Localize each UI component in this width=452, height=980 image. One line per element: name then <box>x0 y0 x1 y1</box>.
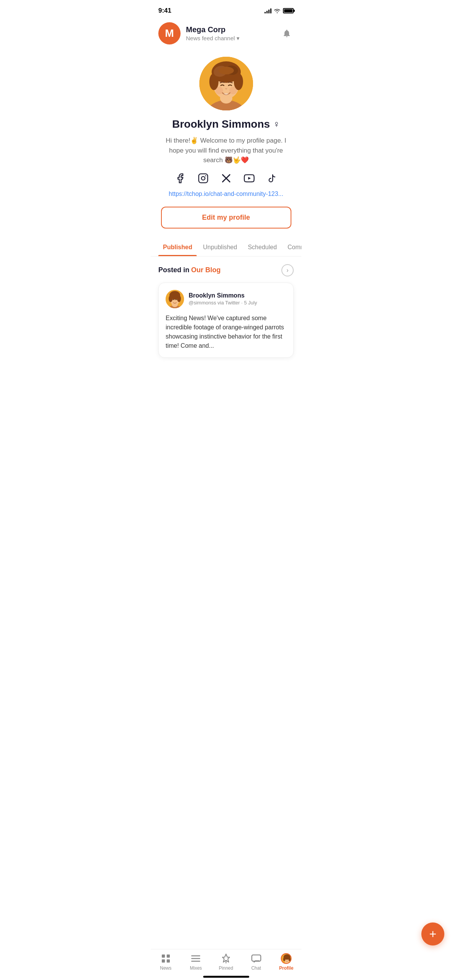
twitter-x-icon[interactable] <box>220 172 232 184</box>
channel-name-label: Our Blog <box>191 266 220 274</box>
social-icons <box>174 172 278 184</box>
tab-scheduled[interactable]: Scheduled <box>243 238 281 256</box>
chevron-down-icon: ▾ <box>237 35 240 42</box>
tab-unpublished[interactable]: Unpublished <box>198 238 242 256</box>
svg-point-22 <box>177 295 181 302</box>
tiktok-icon[interactable] <box>266 172 278 184</box>
battery-icon <box>283 8 294 13</box>
status-time: 9:41 <box>158 7 171 15</box>
post-body: Exciting News! We've captured some incre… <box>166 314 286 350</box>
tab-published[interactable]: Published <box>158 238 197 256</box>
feed-content: Posted in Our Blog › <box>151 257 301 396</box>
gender-icon: ♀ <box>273 119 280 130</box>
svg-point-21 <box>169 295 173 302</box>
logo-letter: M <box>165 27 174 39</box>
instagram-icon[interactable] <box>197 172 209 184</box>
header: M Mega Corp News feed channel ▾ <box>151 19 301 49</box>
notifications-button[interactable] <box>280 26 294 40</box>
status-icons <box>265 8 294 13</box>
svg-rect-12 <box>199 174 207 183</box>
post-author-name: Brooklyn Simmons <box>189 292 257 299</box>
signal-bars-icon <box>265 8 271 13</box>
post-meta: @simmonss via Twitter · 5 July <box>189 300 257 306</box>
channel-arrow-button[interactable]: › <box>281 264 294 276</box>
post-author-info: Brooklyn Simmons @simmonss via Twitter ·… <box>189 292 257 306</box>
svg-point-11 <box>229 87 237 94</box>
tab-comments[interactable]: Comments <box>283 238 301 256</box>
posted-in-label: Posted in Our Blog <box>158 266 220 274</box>
profile-link[interactable]: https://tchop.io/chat-and-community-123.… <box>169 191 283 197</box>
posted-in-header: Posted in Our Blog › <box>158 264 294 276</box>
post-card: Brooklyn Simmons @simmonss via Twitter ·… <box>158 283 294 358</box>
profile-bio: Hi there!✌️ Welcome to my profile page. … <box>161 136 291 165</box>
facebook-icon[interactable] <box>174 172 186 184</box>
wifi-icon <box>274 8 281 13</box>
header-info: Mega Corp News feed channel ▾ <box>186 25 280 42</box>
svg-point-14 <box>205 175 206 176</box>
post-author-avatar <box>166 290 184 308</box>
svg-point-13 <box>201 176 205 180</box>
svg-point-10 <box>215 87 223 94</box>
profile-section: Brooklyn Simmons ♀ Hi there!✌️ Welcome t… <box>151 49 301 238</box>
status-bar: 9:41 <box>151 0 301 19</box>
svg-point-9 <box>219 67 234 74</box>
channel-name: News feed channel <box>186 35 235 41</box>
content-tabs: Published Unpublished Scheduled Comments <box>151 238 301 257</box>
bell-icon <box>282 29 291 38</box>
svg-marker-15 <box>248 177 251 179</box>
company-name: Mega Corp <box>186 25 280 34</box>
profile-name: Brooklyn Simmons ♀ <box>172 118 280 130</box>
channel-subtitle[interactable]: News feed channel ▾ <box>186 35 280 42</box>
company-logo[interactable]: M <box>158 22 181 44</box>
post-header: Brooklyn Simmons @simmonss via Twitter ·… <box>166 290 286 308</box>
youtube-icon[interactable] <box>243 172 255 184</box>
edit-profile-button[interactable]: Edit my profile <box>161 207 291 229</box>
profile-avatar <box>199 57 253 110</box>
